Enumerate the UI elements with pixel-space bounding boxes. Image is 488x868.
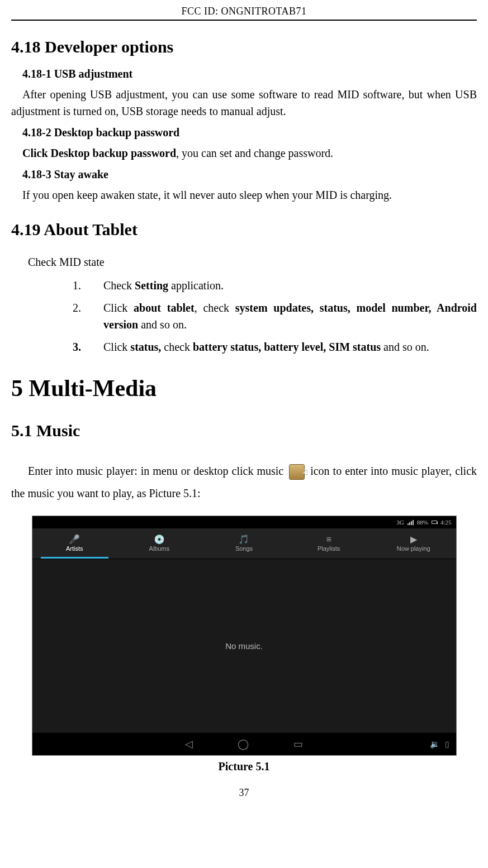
albums-icon: 💿 — [154, 535, 165, 544]
battery-icon — [432, 521, 437, 524]
nav-home-icon[interactable]: ◯ — [238, 738, 249, 750]
tab-albums[interactable]: 💿 Albums — [117, 528, 202, 559]
step-2-num: 2. — [73, 299, 103, 333]
step-1-tail: application. — [168, 279, 224, 292]
step-2-bold1: about tablet — [134, 302, 195, 314]
step-2-mid2: and so on. — [138, 318, 187, 331]
nav-recent-icon[interactable]: ▭ — [293, 738, 303, 750]
text-desktop-backup: Click Desktop backup password, you can s… — [22, 145, 477, 161]
music-tabs: 🎤 Artists 💿 Albums 🎵 Songs ≡ Playlists ▶… — [32, 528, 456, 559]
page-number: 37 — [11, 787, 477, 799]
status-bar: 3G 88% 4:25 — [32, 516, 456, 528]
nav-back-icon[interactable]: ◁ — [185, 738, 193, 750]
tab-artists-label: Artists — [66, 545, 83, 552]
picture-caption: Picture 5.1 — [11, 760, 477, 773]
tab-artists[interactable]: 🎤 Artists — [32, 528, 117, 559]
network-icon: 3G — [396, 519, 404, 526]
step-2: 2. Click about tablet, check system upda… — [73, 299, 477, 333]
nav-bar: ◁ ◯ ▭ 🔉 ▯ — [32, 733, 456, 755]
tab-songs[interactable]: 🎵 Songs — [202, 528, 287, 559]
step-1-bold: Setting — [135, 279, 168, 292]
bold-click-desktop: Click Desktop backup password — [22, 147, 176, 159]
heading-4-19: 4.19 About Tablet — [11, 220, 477, 239]
heading-4-18-1: 4.18-1 USB adjustment — [22, 68, 477, 80]
screenshot-picture-5-1: 3G 88% 4:25 🎤 Artists 💿 Albums 🎵 Songs ≡… — [32, 516, 457, 756]
heading-5-1: 5.1 Music — [11, 421, 477, 440]
nav-volume-icon[interactable]: 🔉 — [430, 740, 439, 749]
step-3-pre: Click — [103, 341, 130, 353]
step-3-num: 3. — [73, 338, 103, 355]
step-2-pre: Click — [103, 302, 134, 314]
step-2-mid1: , check — [195, 302, 235, 314]
step-1: 1. Check Setting application. — [73, 277, 477, 294]
step-3-bold2: battery status, battery level, SIM statu… — [193, 341, 381, 353]
steps-list: 1. Check Setting application. 2. Click a… — [73, 277, 477, 355]
step-3-mid2: and so on. — [381, 341, 429, 353]
artists-icon: 🎤 — [69, 535, 80, 544]
text-usb-adjustment: After opening USB adjustment, you can us… — [11, 86, 477, 120]
songs-icon: 🎵 — [238, 535, 249, 544]
step-3-bold1: status, — [130, 341, 161, 353]
step-3-mid1: check — [161, 341, 193, 353]
tab-playlists-label: Playlists — [318, 545, 340, 552]
tab-albums-label: Albums — [149, 545, 170, 552]
heading-4-18: 4.18 Developer options — [11, 37, 477, 56]
step-3: 3. Click status, check battery status, b… — [73, 338, 477, 355]
step-1-num: 1. — [73, 277, 103, 294]
text-check-mid: Check MID state — [28, 256, 477, 269]
tab-now-playing-label: Now playing — [397, 545, 430, 552]
status-time: 4:25 — [440, 519, 452, 526]
heading-chapter-5: 5 Multi-Media — [11, 375, 477, 402]
step-1-pre: Check — [103, 279, 135, 292]
now-playing-icon: ▶ — [410, 535, 417, 544]
music-para-pre: Enter into music player: in menu or desk… — [28, 465, 287, 477]
heading-4-18-2: 4.18-2 Desktop backup password — [22, 126, 477, 139]
text-desktop-rest: , you can set and change password. — [176, 147, 333, 159]
tab-now-playing[interactable]: ▶ Now playing — [371, 528, 456, 559]
nav-screenshot-icon[interactable]: ▯ — [445, 740, 449, 749]
tab-playlists[interactable]: ≡ Playlists — [286, 528, 371, 559]
music-empty-state: No music. — [32, 559, 456, 733]
signal-icon — [408, 519, 414, 525]
text-stay-awake: If you open keep awaken state, it wll ne… — [22, 187, 477, 203]
playlists-icon: ≡ — [326, 535, 331, 544]
document-header: FCC ID: ONGNITROTAB71 — [11, 6, 477, 21]
battery-percent: 88% — [417, 519, 428, 526]
music-app-icon — [289, 464, 305, 480]
tab-songs-label: Songs — [235, 545, 253, 552]
heading-4-18-3: 4.18-3 Stay awake — [22, 168, 477, 181]
text-music-intro: Enter into music player: in menu or desk… — [11, 460, 477, 504]
